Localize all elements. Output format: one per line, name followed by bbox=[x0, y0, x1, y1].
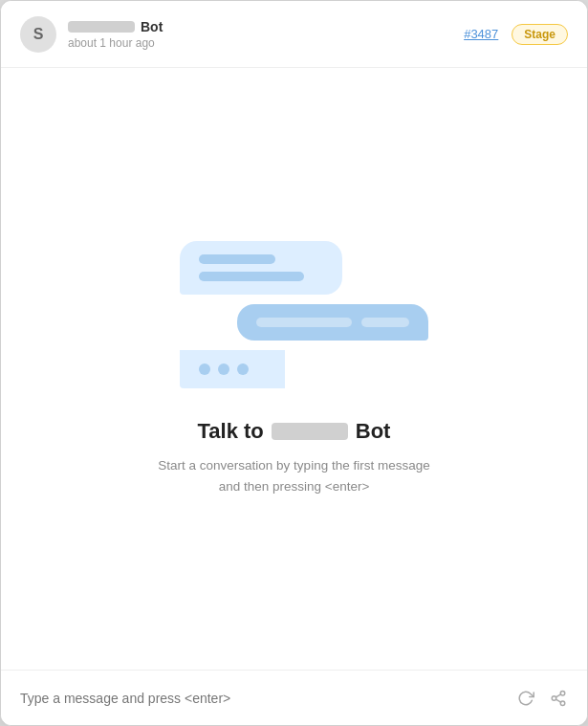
bot-name-redacted bbox=[68, 21, 135, 33]
welcome-bot-name-redacted bbox=[272, 423, 348, 440]
bubble-line bbox=[361, 318, 409, 327]
header-time: about 1 hour ago bbox=[68, 36, 464, 50]
typing-dot bbox=[237, 363, 249, 375]
bot-label: Bot bbox=[141, 19, 163, 34]
message-input[interactable] bbox=[20, 691, 516, 706]
refresh-icon[interactable] bbox=[516, 689, 535, 708]
welcome-bot-label: Bot bbox=[356, 419, 391, 444]
welcome-subtitle: Start a conversation by typing the first… bbox=[158, 455, 429, 496]
share-icon[interactable] bbox=[549, 689, 568, 708]
welcome-title: Talk to Bot bbox=[158, 419, 429, 444]
chat-header: S Bot about 1 hour ago #3487 Stage bbox=[1, 1, 587, 68]
typing-dot bbox=[218, 363, 229, 375]
footer-icons bbox=[516, 689, 568, 708]
chat-footer bbox=[1, 670, 587, 725]
illustration-bubble-2 bbox=[237, 304, 428, 341]
chat-area: Talk to Bot Start a conversation by typi… bbox=[1, 68, 587, 670]
bubble-line bbox=[256, 318, 352, 327]
svg-line-4 bbox=[555, 693, 560, 696]
chat-illustration bbox=[161, 241, 428, 388]
typing-dot bbox=[199, 363, 210, 375]
avatar: S bbox=[20, 16, 56, 53]
ticket-link[interactable]: #3487 bbox=[464, 27, 498, 41]
svg-line-3 bbox=[555, 699, 560, 702]
header-info: Bot about 1 hour ago bbox=[68, 19, 464, 50]
header-actions: #3487 Stage bbox=[464, 24, 568, 45]
illustration-bubble-1 bbox=[180, 241, 342, 295]
bubble-line bbox=[199, 272, 304, 281]
chat-window: S Bot about 1 hour ago #3487 Stage bbox=[0, 0, 588, 726]
bot-name-row: Bot bbox=[68, 19, 464, 34]
welcome-section: Talk to Bot Start a conversation by typi… bbox=[158, 419, 429, 496]
illustration-bubble-3 bbox=[180, 350, 285, 388]
bubble-line bbox=[199, 254, 275, 264]
talk-to-prefix: Talk to bbox=[198, 419, 264, 444]
stage-badge[interactable]: Stage bbox=[512, 24, 568, 45]
